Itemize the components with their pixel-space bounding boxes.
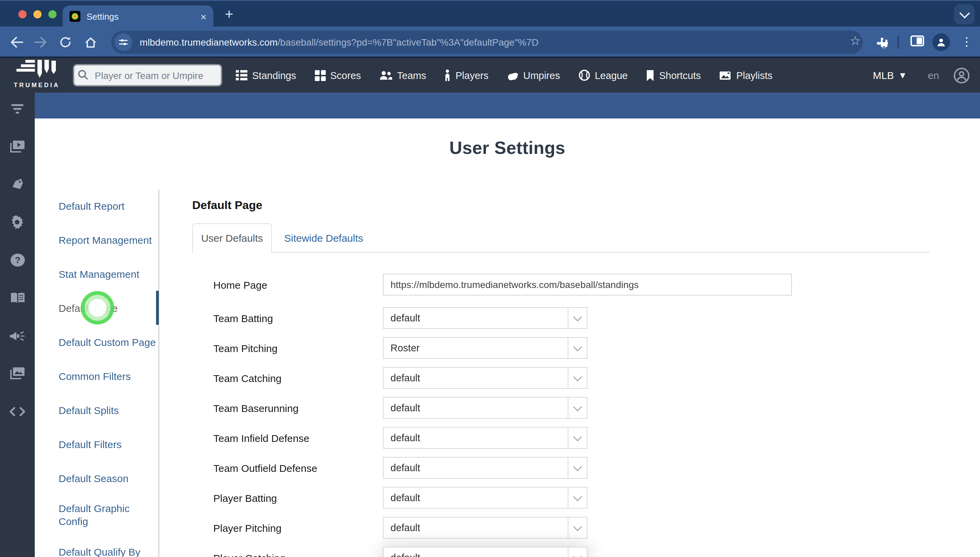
chevron-down-icon[interactable] [568,368,587,388]
rail-settings-gear-icon[interactable] [0,212,35,231]
settings-nav-item-report-management[interactable]: Report Management [59,223,158,257]
select-value: Roster [384,338,568,358]
search-input[interactable] [73,64,222,86]
nav-item-umpires[interactable]: Umpires [507,70,560,81]
form-row-player-pitching: Player Pitchingdefault [213,517,895,539]
select-value: default [384,547,568,557]
teams-icon [379,70,392,80]
player-catching-select[interactable]: default [383,547,588,557]
site-favicon-icon [70,11,80,22]
team-baserunning-select[interactable]: default [383,397,588,419]
team-pitching-select[interactable]: Roster [383,337,588,359]
home-page-input[interactable] [383,274,792,295]
rail-announcements-megaphone-icon[interactable] [0,326,35,345]
tab-sitewide-defaults[interactable]: Sitewide Defaults [284,223,363,253]
field-label: Team Catching [213,372,383,384]
settings-nav-item-default-filters[interactable]: Default Filters [59,427,158,461]
rail-embed-code-icon[interactable] [0,402,35,421]
tab-close-icon[interactable]: × [200,11,206,21]
league-selector[interactable]: MLB [873,70,894,81]
settings-nav-item-default-custom-page[interactable]: Default Custom Page [59,325,158,359]
settings-nav-item-default-graphic-config[interactable]: Default Graphic Config [59,495,158,534]
settings-nav-item-default-qualify-by[interactable]: Default Qualify By [59,534,158,557]
rail-help-icon[interactable]: ? [0,251,35,270]
nav-item-players[interactable]: Players [445,70,488,81]
nav-item-teams[interactable]: Teams [379,70,426,81]
form-row-player-catching: Player Catchingdefault [213,547,895,557]
browser-profile-avatar[interactable] [932,33,950,51]
nav-item-shortcuts[interactable]: Shortcuts [646,70,701,81]
chevron-down-icon[interactable] [568,487,587,508]
nav-item-standings[interactable]: Standings [236,70,296,81]
form-row-team-outfield-defense: Team Outfield Defensedefault [213,457,895,479]
nav-item-playlists[interactable]: Playlists [719,70,773,81]
extensions-puzzle-icon[interactable] [873,35,889,50]
forward-button[interactable] [32,35,48,50]
rail-video-library-icon[interactable] [0,137,35,156]
side-panel-icon[interactable] [910,36,924,46]
settings-nav-item-common-filters[interactable]: Common Filters [59,359,158,393]
rail-filter-icon[interactable] [0,99,35,119]
settings-nav-item-default-season[interactable]: Default Season [59,461,158,495]
browser-tab[interactable]: Settings × [63,5,213,27]
scores-icon [315,70,325,81]
player-batting-select[interactable]: default [383,487,588,509]
rail-image-gallery-icon[interactable] [0,363,35,383]
url-text[interactable]: mlbdemo.trumedianetworks.com/baseball/se… [140,37,539,48]
field-label: Team Infield Defense [213,432,383,444]
field-label: Team Baserunning [213,402,383,414]
window-minimize-button[interactable] [33,10,42,18]
back-button[interactable] [8,35,24,50]
select-value: default [384,487,568,508]
home-button[interactable] [82,35,99,50]
new-tab-button[interactable]: + [225,6,234,23]
address-bar[interactable]: mlbdemo.trumedianetworks.com/baseball/se… [111,31,863,54]
league-caret-icon[interactable]: ▼ [900,72,905,79]
reload-button[interactable] [57,35,74,50]
trumedia-logo[interactable]: TRUMEDIA [4,59,70,91]
nav-item-label: Umpires [523,70,560,81]
chevron-down-icon[interactable] [568,547,587,557]
form-row-player-batting: Player Battingdefault [213,487,895,509]
browser-menu-icon[interactable]: ⋮ [961,35,972,48]
toolbar-divider [898,36,899,48]
chevron-down-icon[interactable] [568,338,587,358]
team-outfield-defense-select[interactable]: default [383,457,588,479]
locale-label[interactable]: en [928,70,939,81]
tab-search-button[interactable] [954,4,975,24]
chevron-down-icon[interactable] [568,518,587,538]
select-value: default [384,397,568,418]
chevron-down-icon[interactable] [568,308,587,328]
rail-label-tag-icon[interactable] [0,175,35,194]
window-close-button[interactable] [18,10,26,18]
account-icon[interactable] [954,67,970,83]
settings-form: Home PageTeam BattingdefaultTeam Pitchin… [213,274,895,557]
team-catching-select[interactable]: default [383,367,588,389]
nav-item-league[interactable]: League [578,70,628,81]
select-value: default [384,428,568,448]
click-indicator-ring [80,291,114,325]
chevron-down-icon[interactable] [568,397,587,418]
team-infield-defense-select[interactable]: default [383,427,588,449]
field-label: Player Batting [213,492,383,503]
tab-user-defaults[interactable]: User Defaults [192,223,272,253]
chevron-down-icon[interactable] [568,428,587,448]
nav-item-scores[interactable]: Scores [315,70,361,81]
window-zoom-button[interactable] [48,10,57,18]
standings-icon [236,70,247,80]
settings-nav-item-default-report[interactable]: Default Report [59,189,158,223]
player-pitching-select[interactable]: default [383,517,588,539]
bookmark-star-icon[interactable]: ☆ [850,33,861,48]
form-row-team-batting: Team Battingdefault [213,307,895,329]
site-settings-icon[interactable] [114,33,132,51]
rail-glossary-book-icon[interactable] [0,288,35,307]
settings-nav-item-default-splits[interactable]: Default Splits [59,393,158,427]
chevron-down-icon[interactable] [568,458,587,478]
league-icon [578,70,590,81]
nav-item-label: Playlists [737,70,773,81]
team-batting-select[interactable]: default [383,307,588,329]
form-row-team-catching: Team Catchingdefault [213,367,895,389]
nav-item-label: League [595,70,628,81]
settings-nav-item-stat-management[interactable]: Stat Management [59,257,158,291]
section-title: Default Page [192,199,262,212]
